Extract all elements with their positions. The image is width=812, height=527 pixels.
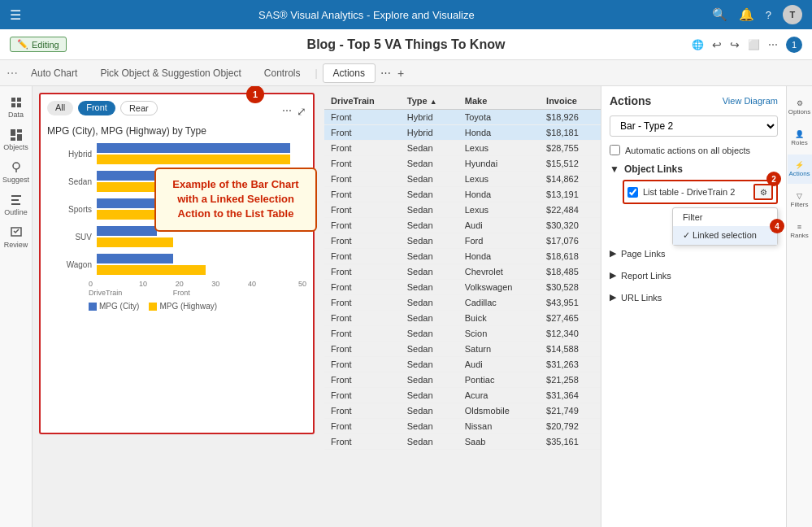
col-header-drivetrain[interactable]: DriveTrain <box>324 93 401 110</box>
undo-icon[interactable]: ↩ <box>712 38 722 51</box>
list-table-checkbox[interactable] <box>627 187 638 198</box>
sidebar-label-suggest: Suggest <box>2 176 29 184</box>
menu-icon[interactable]: ☰ <box>10 7 21 23</box>
actions-label: Actions <box>788 170 810 177</box>
bar-row-hybrid: Hybrid <box>55 143 298 164</box>
table-row: FrontSedanLexus$22,484 <box>324 203 601 218</box>
list-table-label: List table - DriveTrain 2 <box>643 187 735 197</box>
chevron-down-icon: ▼ <box>610 163 619 175</box>
globe-icon[interactable]: 🌐 <box>692 39 704 50</box>
col-header-type[interactable]: Type ▲ <box>401 93 458 110</box>
avatar[interactable]: T <box>783 5 802 24</box>
sidebar-label-data: Data <box>8 111 24 119</box>
sidebar-item-outline[interactable]: Outline <box>2 190 31 220</box>
tab-pick-object[interactable]: Pick Object & Suggestion Object <box>90 64 250 82</box>
table-row: FrontSedanAcura$31,364 <box>324 388 601 403</box>
options-icon-item[interactable]: ⚙ Options <box>788 93 812 122</box>
chart-legend: MPG (City) MPG (Highway) <box>47 302 306 311</box>
svg-rect-9 <box>11 195 21 197</box>
auto-actions-checkbox[interactable] <box>610 145 620 155</box>
redo-icon[interactable]: ↪ <box>730 38 740 51</box>
edit-icon: ✏️ <box>17 39 28 50</box>
badge-1: 1 <box>246 86 264 103</box>
object-links-section-header[interactable]: ▼ Object Links <box>610 163 778 175</box>
list-table-item: List table - DriveTrain 2 ⚙ <box>623 180 778 204</box>
table-row: FrontHybridHonda$18,181 <box>324 125 601 141</box>
actions-header: Actions View Diagram <box>610 94 778 107</box>
table-row: FrontSedanOldsmobile$21,749 <box>324 403 601 419</box>
linked-selection-menu-item[interactable]: ✓ Linked selection <box>673 226 777 245</box>
svg-rect-1 <box>17 98 21 102</box>
chart-title: MPG (City), MPG (Highway) by Type <box>47 125 306 137</box>
object-links-content: List table - DriveTrain 2 ⚙ 2 Filter ✓ L… <box>610 180 778 246</box>
add-tab-button[interactable]: + <box>397 67 404 80</box>
options-label: Options <box>788 108 811 115</box>
editing-label: Editing <box>32 40 59 50</box>
chart-area: 1 All Front Rear ⋯ ⤢ MPG (City), MPG (Hi… <box>39 93 315 434</box>
nav-dots[interactable]: ⋯ <box>7 67 18 80</box>
app-title: SAS® Visual Analytics - Explore and Visu… <box>258 9 475 21</box>
ranks-icon-item[interactable]: ≡ Ranks <box>788 216 812 246</box>
table-row: FrontSedanSaab$35,161 <box>324 434 601 450</box>
filter-tab-rear[interactable]: Rear <box>120 101 158 115</box>
report-links-header[interactable]: ▶ Report Links <box>610 268 778 283</box>
sidebar-item-data[interactable]: Data <box>2 93 31 122</box>
sidebar-label-outline: Outline <box>4 208 28 216</box>
copy-icon[interactable]: ⬜ <box>748 39 760 50</box>
chevron-right-icon-report: ▶ <box>610 270 616 281</box>
page-links-title: Page Links <box>621 249 665 259</box>
url-links-header[interactable]: ▶ URL Links <box>610 290 778 305</box>
actions-icon: ⚡ <box>795 161 804 169</box>
sidebar-item-suggest[interactable]: Suggest <box>2 158 31 187</box>
auto-actions-checkbox-row: Automatic actions on all objects <box>610 145 778 155</box>
sidebar-label-objects: Objects <box>3 143 28 151</box>
table-row: FrontSedanHonda$18,618 <box>324 249 601 264</box>
report-links-section: ▶ Report Links <box>610 268 778 283</box>
filters-icon: ▽ <box>797 192 802 200</box>
auto-actions-label: Automatic actions on all objects <box>625 146 750 155</box>
tab-actions[interactable]: Actions <box>323 63 376 83</box>
sidebar-item-review[interactable]: Review <box>2 223 31 252</box>
table-row: FrontSedanLexus$14,862 <box>324 172 601 187</box>
search-icon[interactable]: 🔍 <box>712 7 727 22</box>
bars-hybrid <box>97 143 298 164</box>
filter-menu-item[interactable]: Filter <box>673 208 777 226</box>
second-bar: ✏️ Editing Blog - Top 5 VA Things To Kno… <box>0 29 812 60</box>
bar-label-wagon: Wagon <box>55 260 92 269</box>
filters-icon-item[interactable]: ▽ Filters <box>788 185 812 215</box>
sidebar-item-objects[interactable]: Objects <box>2 125 31 155</box>
filters-label: Filters <box>791 201 809 208</box>
roles-icon-item[interactable]: 👤 Roles <box>788 124 812 153</box>
more-icon[interactable]: ⋯ <box>768 39 778 50</box>
sort-arrow-type: ▲ <box>430 98 437 106</box>
table-row: FrontSedanFord$17,076 <box>324 233 601 249</box>
help-icon[interactable]: ? <box>766 9 771 21</box>
doc-title: Blog - Top 5 VA Things To Know <box>307 37 506 52</box>
table-row: FrontSedanPontiac$21,258 <box>324 372 601 388</box>
bar-label-hybrid: Hybrid <box>55 150 92 159</box>
chevron-right-icon-url: ▶ <box>610 292 616 303</box>
col-header-make[interactable]: Make <box>458 93 540 110</box>
annotation-bubble: Example of the Bar Chart with a Linked S… <box>154 168 317 232</box>
table-row: FrontSedanAudi$31,263 <box>324 357 601 372</box>
tab-auto-chart[interactable]: Auto Chart <box>21 64 87 82</box>
actions-icon-item[interactable]: ⚡ Actions <box>788 155 812 184</box>
col-header-invoice[interactable]: Invoice <box>540 93 601 110</box>
actions-tab-dots[interactable]: ⋯ <box>380 67 391 79</box>
view-diagram-link[interactable]: View Diagram <box>723 96 778 106</box>
filter-tab-front[interactable]: Front <box>78 101 115 115</box>
actions-btn-icon: ⚙ <box>760 188 767 197</box>
notification-icon[interactable]: 🔔 <box>739 7 754 22</box>
svg-rect-7 <box>11 137 15 141</box>
tab-controls[interactable]: Controls <box>254 64 310 82</box>
bar-label-sedan: Sedan <box>55 177 92 186</box>
right-panel: Actions View Diagram Bar - Type 2 Automa… <box>601 86 812 527</box>
table-wrapper[interactable]: DriveTrain Type ▲ Make Invoice FrontHybr… <box>324 93 601 520</box>
page-links-header[interactable]: ▶ Page Links <box>610 246 778 261</box>
chart-more-icon[interactable]: ⋯ <box>282 105 292 118</box>
object-link-actions-button[interactable]: ⚙ <box>753 184 773 200</box>
chart-resize-icon[interactable]: ⤢ <box>297 105 306 118</box>
filter-tab-all[interactable]: All <box>47 101 73 115</box>
table-row: FrontSedanScion$12,340 <box>324 326 601 342</box>
bar-type-dropdown[interactable]: Bar - Type 2 <box>610 115 778 137</box>
